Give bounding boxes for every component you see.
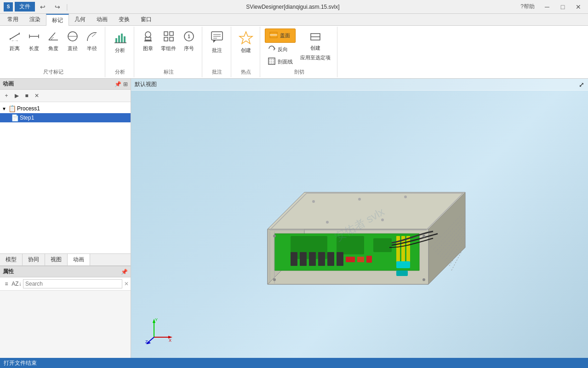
tab-render[interactable]: 渲染 <box>24 14 46 25</box>
ribbon-group-analysis: 分析 分析 <box>106 27 134 77</box>
dimensions-group-label: 尺寸标记 <box>43 68 63 75</box>
annotation-items: 图章 零组件 1 <box>139 29 198 68</box>
properties-search-input[interactable] <box>23 279 122 288</box>
properties-title: 属性 <box>3 268 14 276</box>
svg-text:←→: ←→ <box>11 39 18 43</box>
svg-rect-22 <box>164 37 168 41</box>
svg-rect-54 <box>318 252 325 266</box>
tab-common[interactable]: 常用 <box>2 14 24 25</box>
radius-button[interactable]: 半径 <box>83 29 101 53</box>
play-animation-button[interactable]: ▶ <box>12 91 21 100</box>
analyze-button[interactable]: 分析 <box>110 29 130 55</box>
step-icon: 📄 <box>11 114 19 121</box>
svg-rect-18 <box>145 37 151 40</box>
svg-rect-48 <box>396 236 400 264</box>
apply-selected-label: 应用至选定项 <box>300 55 331 61</box>
viewport-canvas[interactable]: Y X Z 安佑者 svlx <box>131 91 588 358</box>
tree-toggle-process1[interactable]: ▼ <box>2 106 7 111</box>
diameter-button[interactable]: 直径 <box>63 29 82 53</box>
svg-rect-60 <box>357 257 364 262</box>
distance-icon: ←→ <box>8 30 21 45</box>
delete-animation-button[interactable]: ✕ <box>32 91 41 100</box>
animation-toolbar: + ▶ ■ ✕ <box>0 90 131 102</box>
tree-item-process1[interactable]: ▼ 📋 Process1 <box>0 104 131 113</box>
svg-text:Z: Z <box>145 339 148 344</box>
title-bar: S 文件 ↩ ↪ | SViewDesigner[dianqigui.asm.1… <box>0 0 588 14</box>
svg-rect-47 <box>373 238 392 252</box>
viewport-expand-icon[interactable]: ⤢ <box>579 81 584 88</box>
section-lines-button[interactable]: 剖面线 <box>265 56 296 68</box>
prop-sort-icon[interactable]: AZ↓ <box>12 279 21 288</box>
tab-model[interactable]: 模型 <box>0 254 23 265</box>
reverse-button[interactable]: 反向 <box>265 44 296 55</box>
diameter-label: 直径 <box>68 46 78 52</box>
svg-rect-51 <box>291 252 297 266</box>
annotation-group-label: 标注 <box>164 68 174 75</box>
angle-button[interactable]: 角度 <box>44 29 63 53</box>
section-create-label: 创建 <box>310 45 320 51</box>
left-panel: 动画 📌 ⊞ + ▶ ■ ✕ ▼ 📋 Process1 📄 <box>0 79 131 358</box>
bottom-tabs: 模型 协同 视图 动画 <box>0 253 131 266</box>
animation-tree: ▼ 📋 Process1 📄 Step1 <box>0 102 131 253</box>
svg-line-11 <box>92 34 96 37</box>
comment-icon <box>210 30 224 46</box>
tree-item-step1[interactable]: 📄 Step1 <box>0 113 131 122</box>
tab-mark[interactable]: 标记 <box>46 14 69 26</box>
status-text: 打开文件结束 <box>4 359 37 367</box>
angle-icon <box>47 30 60 45</box>
stop-animation-button[interactable]: ■ <box>22 91 31 100</box>
svg-rect-26 <box>211 32 223 40</box>
help-button[interactable]: ?帮助 <box>518 2 537 12</box>
cover-button[interactable]: 盖面 <box>265 29 296 43</box>
tab-window[interactable]: 窗口 <box>135 14 157 25</box>
tab-transform[interactable]: 变换 <box>113 14 135 25</box>
apply-selected-button[interactable]: 应用至选定项 <box>297 53 333 62</box>
component-button[interactable]: 零组件 <box>158 29 179 53</box>
status-bar: 打开文件结束 <box>0 358 588 368</box>
properties-pin-icon[interactable]: 📌 <box>121 269 128 275</box>
minimize-button[interactable]: ─ <box>541 2 553 12</box>
pin-icon[interactable]: 📌 <box>114 81 121 87</box>
maximize-button[interactable]: □ <box>557 2 569 12</box>
animation-panel-title: 动画 <box>3 80 14 88</box>
tab-geometry[interactable]: 几何 <box>69 14 91 25</box>
analysis-group-label: 分析 <box>115 68 125 75</box>
svg-rect-59 <box>346 257 355 262</box>
cover-label: 盖面 <box>280 33 290 39</box>
length-button[interactable]: 长度 <box>25 29 43 53</box>
distance-button[interactable]: ←→ 距离 <box>6 29 24 53</box>
ribbon-group-annotation: 图章 零组件 1 <box>135 27 202 77</box>
file-menu-button[interactable]: 文件 <box>15 2 35 12</box>
svg-point-83 <box>381 218 384 221</box>
tab-view[interactable]: 视图 <box>45 254 68 265</box>
hotspot-create-button[interactable]: 创建 <box>236 29 256 55</box>
comment-button[interactable]: 批注 <box>207 29 227 55</box>
chassis-group <box>268 192 465 284</box>
undo-button[interactable]: ↩ <box>37 2 49 12</box>
sequence-button[interactable]: 1 序号 <box>180 29 198 53</box>
component-icon <box>162 30 175 45</box>
stamp-label: 图章 <box>143 46 153 52</box>
search-clear-button[interactable]: ✕ <box>124 281 129 287</box>
svg-rect-55 <box>327 252 334 266</box>
viewport-title: 默认视图 <box>135 80 157 88</box>
tab-animation[interactable]: 动画 <box>91 14 113 25</box>
section-create-button[interactable]: 创建 <box>297 29 333 52</box>
stamp-button[interactable]: 图章 <box>139 29 157 53</box>
model-area <box>131 91 588 358</box>
svg-rect-56 <box>337 252 343 266</box>
ribbon-tab-bar: 常用 渲染 标记 几何 动画 变换 窗口 <box>0 14 588 26</box>
add-animation-button[interactable]: + <box>2 91 11 100</box>
distance-label: 距离 <box>10 46 20 52</box>
tab-cooperate[interactable]: 协同 <box>23 254 45 265</box>
expand-icon[interactable]: ⊞ <box>123 81 128 87</box>
tab-anim[interactable]: 动画 <box>68 254 90 265</box>
redo-button[interactable]: ↪ <box>51 2 63 12</box>
svg-point-76 <box>422 235 425 237</box>
close-button[interactable]: ✕ <box>572 2 584 12</box>
svg-rect-12 <box>115 38 117 43</box>
properties-search-row: ≡ AZ↓ ✕ <box>0 277 131 291</box>
prop-list-icon[interactable]: ≡ <box>2 279 11 288</box>
main-area: 动画 📌 ⊞ + ▶ ■ ✕ ▼ 📋 Process1 📄 <box>0 79 588 358</box>
svg-point-75 <box>273 278 276 281</box>
